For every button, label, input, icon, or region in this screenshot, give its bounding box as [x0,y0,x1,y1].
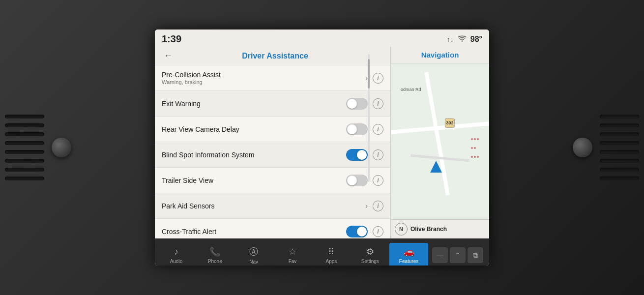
map-background: odman Rd 302 [391,63,489,219]
setting-name-rear-view-camera: Rear View Camera Delay [162,125,346,133]
nav-icon-phone: 📞 [209,246,220,257]
setting-name-cross-traffic: Cross-Traffic Alert [162,228,346,236]
toggle-rear-view-camera[interactable] [346,123,368,135]
main-content: ← Driver Assistance Pre-Collision Assist… [155,47,489,238]
setting-controls-cross-traffic: i [346,226,383,237]
minimize-button[interactable]: — [432,247,448,263]
vent-slot [600,141,639,145]
nav-item-nav[interactable]: ⒶNav [234,243,273,266]
nav-label-apps: Apps [325,259,337,264]
svg-point-0 [462,40,463,41]
nav-icon-features: 🚗 [404,246,414,257]
setting-controls-blind-spot: i [346,149,383,161]
toggle-knob-blind-spot [357,150,367,160]
setting-controls-park-aid: ›i [365,201,383,211]
nav-icon-fav: ☆ [289,246,296,257]
nav-header[interactable]: Navigation [391,47,489,63]
nav-items-group: ♪Audio📞PhoneⒶNav☆Fav⠿Apps⚙Settings🚗Featu… [157,243,428,266]
copy-button[interactable]: ⧉ [468,247,483,263]
info-button-rear-view-camera[interactable]: i [373,124,383,135]
toggle-cross-traffic[interactable] [346,226,368,237]
vent-slot [600,168,639,172]
vent-slot [5,177,44,180]
nav-bottom-bar: N Olive Branch [391,219,489,238]
toggle-knob-cross-traffic [357,227,367,236]
nav-item-apps[interactable]: ⠿Apps [312,243,351,266]
map-road-label: odman Rd [401,87,421,92]
panel-title: Driver Assistance [180,52,384,60]
toggle-exit-warning[interactable] [346,98,368,110]
setting-name-exit-warning: Exit Warning [162,100,346,108]
nav-item-audio[interactable]: ♪Audio [157,243,196,266]
nav-label-settings: Settings [361,259,379,264]
nav-icon-settings: ⚙ [366,246,374,257]
setting-name-blind-spot: Blind Spot Information System [162,151,346,159]
left-knob[interactable] [52,138,71,157]
right-vent [600,98,639,197]
vent-slot [600,150,639,154]
nav-item-phone[interactable]: 📞Phone [196,243,234,266]
status-temperature: 98° [470,35,482,44]
destination-label: Olive Branch [410,226,447,233]
scroll-indicator [368,54,370,182]
info-button-park-aid[interactable]: i [373,201,383,211]
nav-label-audio: Audio [170,259,183,264]
vent-slot [5,141,44,145]
setting-name-trailer-side: Trailer Side View [162,177,346,184]
setting-name-pre-collision: Pre-Collision Assist [162,71,365,79]
panel-header: ← Driver Assistance [155,47,390,65]
toggle-knob-rear-view-camera [347,124,357,134]
bottom-navigation-bar: ♪Audio📞PhoneⒶNav☆Fav⠿Apps⚙Settings🚗Featu… [155,238,489,266]
setting-label-park-aid: Park Aid Sensors [162,202,365,210]
setting-label-pre-collision: Pre-Collision AssistWarning, braking [162,71,365,85]
toggle-trailer-side[interactable] [346,175,368,186]
toggle-blind-spot[interactable] [346,149,368,161]
maximize-button[interactable]: ⌃ [450,247,466,263]
toggle-knob-trailer-side [347,176,357,185]
setting-item-cross-traffic[interactable]: Cross-Traffic Alerti [155,219,390,238]
setting-item-rear-view-camera[interactable]: Rear View Camera Delayi [155,117,390,142]
map-area[interactable]: odman Rd 302 [391,63,489,219]
nav-icon-audio: ♪ [174,247,178,257]
wifi-icon [458,35,467,43]
toggle-knob-exit-warning [347,99,357,109]
setting-label-exit-warning: Exit Warning [162,100,346,108]
driver-assistance-panel: ← Driver Assistance Pre-Collision Assist… [155,47,391,238]
nav-label-fav: Fav [289,259,297,264]
info-button-blind-spot[interactable]: i [373,149,383,160]
info-button-cross-traffic[interactable]: i [373,226,383,237]
vent-slot [600,123,639,127]
setting-label-cross-traffic: Cross-Traffic Alert [162,228,346,236]
chevron-icon-park-aid: › [365,202,368,210]
map-road-horizontal [391,121,489,134]
setting-item-pre-collision[interactable]: Pre-Collision AssistWarning, braking›i [155,65,390,91]
setting-item-park-aid[interactable]: Park Aid Sensors›i [155,193,390,219]
nav-icon-nav: Ⓐ [249,246,258,258]
vent-slot [5,168,44,172]
setting-item-exit-warning[interactable]: Exit Warningi [155,91,390,117]
nav-label-nav: Nav [249,259,258,265]
setting-item-trailer-side[interactable]: Trailer Side Viewi [155,168,390,193]
nav-item-features[interactable]: 🚗Features [389,243,428,266]
info-button-pre-collision[interactable]: i [373,73,383,84]
car-bezel: 1:39 ↑↓ 98° ← [0,0,644,295]
left-vent [5,98,44,197]
screen: 1:39 ↑↓ 98° ← [155,30,489,266]
navigation-panel: Navigation odman Rd 302 [391,47,489,238]
info-button-exit-warning[interactable]: i [373,98,383,109]
vent-slot [600,115,639,118]
status-bar: 1:39 ↑↓ 98° [155,30,489,47]
nav-item-settings[interactable]: ⚙Settings [351,243,389,266]
right-knob[interactable] [573,138,592,157]
vent-slot [5,115,44,118]
status-time: 1:39 [162,33,181,45]
back-button[interactable]: ← [161,50,176,62]
map-road-vertical [424,72,450,195]
antenna-icon: ↑↓ [447,35,454,43]
info-button-trailer-side[interactable]: i [373,175,383,186]
vent-slot [5,159,44,163]
scroll-thumb [368,59,370,88]
nav-item-fav[interactable]: ☆Fav [273,243,312,266]
road-302-badge: 302 [445,118,455,128]
setting-item-blind-spot[interactable]: Blind Spot Information Systemi [155,142,390,168]
